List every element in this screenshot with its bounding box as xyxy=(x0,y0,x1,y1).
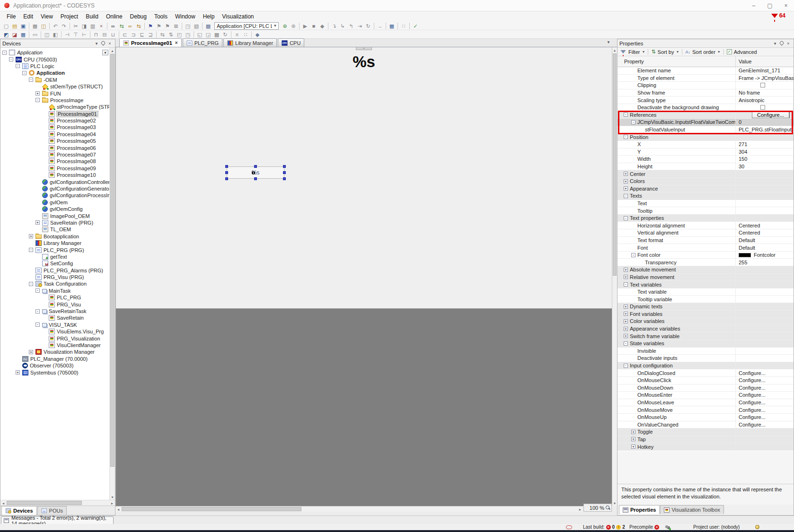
tree-item[interactable]: +Bootapplication xyxy=(0,233,109,240)
property-row[interactable]: Y304 xyxy=(618,148,794,156)
property-value[interactable]: Default xyxy=(739,237,755,243)
messages-tab[interactable]: Messages - Total 2 error(s), 2 warning(s… xyxy=(1,516,114,524)
minimize-button[interactable]: – xyxy=(746,0,762,11)
property-row[interactable]: OnMouseDownConfigure... xyxy=(618,384,794,392)
property-value[interactable]: No frame xyxy=(739,90,760,96)
property-row[interactable]: -State variables xyxy=(618,340,794,348)
scroll-down-icon[interactable]: ▼ xyxy=(110,494,115,500)
property-row[interactable]: -JCmpVisuBasic.InputstFloatValueTwoComma… xyxy=(618,119,794,126)
hotkeys-table-icon[interactable]: ▦ xyxy=(19,31,27,38)
property-value[interactable]: GenElemInst_171 xyxy=(739,68,780,73)
tab-properties[interactable]: Properties xyxy=(619,505,660,514)
syntax-check-icon[interactable]: ✓ xyxy=(411,22,420,30)
sortby-button[interactable]: Sort by xyxy=(658,49,674,55)
tree-item[interactable]: PRG_Visu xyxy=(0,301,109,307)
configure-link[interactable]: Configure... xyxy=(739,407,766,413)
property-row[interactable]: Transparency255 xyxy=(618,259,794,266)
property-row[interactable]: Text xyxy=(618,200,794,208)
tree-item[interactable]: ProcessImage07 xyxy=(0,151,109,158)
property-row[interactable]: -Font colorFontcolor xyxy=(618,252,794,259)
font-color-swatch[interactable] xyxy=(739,253,751,257)
frame-selection-icon[interactable]: ▭ xyxy=(31,31,39,38)
tree-item[interactable]: SaveRetain xyxy=(0,314,109,321)
multiply-element-icon[interactable]: ∷ xyxy=(241,31,250,38)
menu-debug[interactable]: Debug xyxy=(126,12,150,21)
align-vertical-center-icon[interactable]: ⊤ xyxy=(71,31,80,38)
tree-item[interactable]: stOemType (STRUCT) xyxy=(0,83,109,90)
property-row[interactable]: -Text variables xyxy=(618,281,794,288)
configure-link[interactable]: Configure... xyxy=(739,377,766,383)
property-row[interactable]: X271 xyxy=(618,141,794,148)
tree-item[interactable]: +SaveRetain (PRG) xyxy=(0,219,109,226)
trace-icon[interactable]: ∷ xyxy=(399,22,408,30)
expand-icon[interactable]: + xyxy=(35,91,40,96)
property-row[interactable]: Type of elementFrame -> JCmpVisuBasic.In… xyxy=(618,75,794,82)
cut-icon[interactable]: ✂ xyxy=(71,22,80,30)
tree-item[interactable]: -CPU (705003) xyxy=(0,56,109,62)
start-icon[interactable]: ▶ xyxy=(301,22,309,30)
menu-file[interactable]: File xyxy=(3,12,19,21)
stop-icon[interactable]: ■ xyxy=(309,22,318,30)
replace-icon[interactable]: ⇆ xyxy=(117,22,126,30)
resize-handle-ne[interactable] xyxy=(283,165,286,168)
resize-handle-n[interactable] xyxy=(254,165,257,168)
property-row[interactable]: Element nameGenElemInst_171 xyxy=(618,67,794,75)
tree-item[interactable]: ImagePool_OEM xyxy=(0,212,109,219)
tree-item[interactable]: ProcessImage03 xyxy=(0,124,109,131)
make-same-size-icon[interactable]: ⊑ xyxy=(138,31,146,38)
property-row[interactable]: OnMouseEnterConfigure... xyxy=(618,392,794,399)
property-row[interactable]: Invisible xyxy=(618,348,794,355)
property-row[interactable]: -ReferencesConfigure... xyxy=(618,112,794,119)
property-value[interactable]: 0 xyxy=(739,119,741,125)
property-row[interactable]: -Input configuration xyxy=(618,362,794,370)
collapse-icon[interactable]: - xyxy=(9,57,13,61)
property-row[interactable]: OnValueChangedConfigure... xyxy=(618,421,794,429)
one-backward-icon[interactable]: ◲ xyxy=(204,31,212,38)
collapse-icon[interactable]: - xyxy=(2,51,7,55)
expand-icon[interactable]: + xyxy=(624,172,628,176)
property-value[interactable]: Frame -> JCmpVisuBasic.In... xyxy=(739,75,794,81)
collapse-icon[interactable]: - xyxy=(29,248,33,252)
devices-menu-icon[interactable]: ▾ xyxy=(93,41,100,46)
expand-icon[interactable]: + xyxy=(29,234,33,238)
chevron-down-icon[interactable]: ▼ xyxy=(272,24,278,28)
property-row[interactable]: Width150 xyxy=(618,156,794,163)
maximize-button[interactable]: ▢ xyxy=(762,0,778,11)
property-row[interactable]: +Absolute movement xyxy=(618,266,794,274)
properties-pin-icon[interactable] xyxy=(778,41,785,46)
tree-item[interactable]: -VISU_TASK xyxy=(0,322,109,328)
replace-in-project-icon[interactable]: ⇆ xyxy=(134,22,143,30)
build-icon[interactable]: ◆ xyxy=(318,22,326,30)
monitoring-icon[interactable]: ▩ xyxy=(204,22,212,30)
step-out-icon[interactable]: ↰ xyxy=(347,22,355,30)
editor-tab-library manager[interactable]: Library Manager xyxy=(223,38,277,47)
devices-close-icon[interactable]: × xyxy=(106,41,113,46)
distribute-horizontally-icon[interactable]: ⇆ xyxy=(158,31,167,38)
tab-overflow-icon[interactable]: ▼ xyxy=(607,40,610,44)
property-row[interactable]: Tooltip xyxy=(618,207,794,215)
resize-handle-se[interactable] xyxy=(283,177,286,180)
collapse-icon[interactable]: - xyxy=(35,323,40,327)
property-value[interactable]: 304 xyxy=(739,149,747,155)
zoom-control[interactable]: 100 % xyxy=(583,504,612,512)
configure-link[interactable]: Configure... xyxy=(739,370,766,376)
rotate-icon[interactable]: ↻ xyxy=(221,31,229,38)
editor-horizontal-scrollbar[interactable]: ◄ ► xyxy=(115,506,583,512)
collapse-icon[interactable]: - xyxy=(631,253,635,257)
menu-view[interactable]: View xyxy=(37,12,57,21)
property-value[interactable]: Default xyxy=(739,245,755,251)
tree-item[interactable]: PRG_Visualization xyxy=(0,335,109,341)
property-row[interactable]: -Texts xyxy=(618,192,794,200)
property-row[interactable]: Deactivate inputs xyxy=(618,355,794,362)
collapse-icon[interactable]: - xyxy=(624,113,628,117)
selected-visu-element[interactable]: %s xyxy=(227,166,284,179)
property-row[interactable]: -Text properties xyxy=(618,215,794,222)
scroll-right-icon[interactable]: ► xyxy=(577,506,583,512)
devices-horizontal-scrollbar[interactable]: ◄ ► xyxy=(0,500,115,506)
property-row[interactable]: +Hotkey xyxy=(618,443,794,451)
expand-icon[interactable]: + xyxy=(35,220,40,225)
tree-item[interactable]: VisuElems.Visu_Prg xyxy=(0,328,109,335)
property-row[interactable]: Horizontal alignmentCentered xyxy=(618,222,794,229)
tree-item[interactable]: --OEM xyxy=(0,77,109,83)
property-row[interactable]: +Toggle xyxy=(618,428,794,436)
